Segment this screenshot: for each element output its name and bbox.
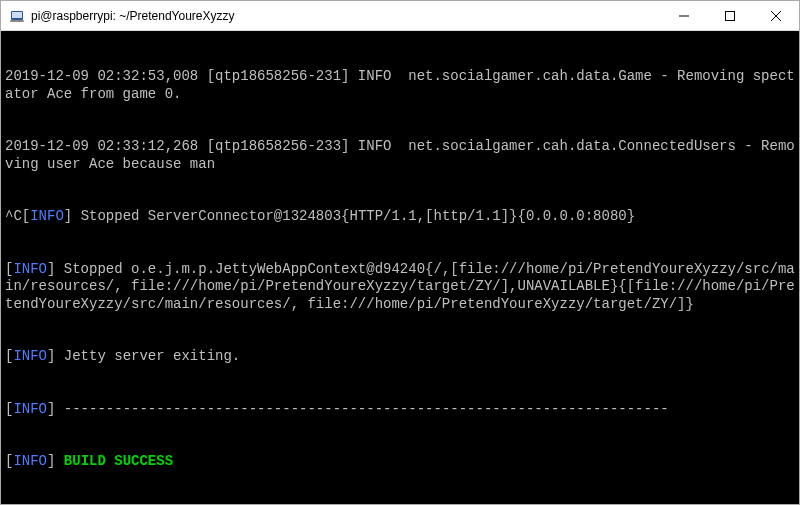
maximize-button[interactable]: [707, 1, 753, 30]
log-line: [INFO] ---------------------------------…: [5, 401, 795, 419]
log-line: [INFO] BUILD SUCCESS: [5, 453, 795, 471]
log-line: [INFO] Stopped o.e.j.m.p.JettyWebAppCont…: [5, 261, 795, 314]
putty-window: pi@raspberrypi: ~/PretendYoureXyzzy 2019…: [0, 0, 800, 505]
log-line: [INFO] Jetty server exiting.: [5, 348, 795, 366]
svg-rect-4: [726, 11, 735, 20]
terminal-area[interactable]: 2019-12-09 02:32:53,008 [qtp18658256-231…: [1, 31, 799, 504]
log-line: 2019-12-09 02:33:12,268 [qtp18658256-233…: [5, 138, 795, 173]
minimize-button[interactable]: [661, 1, 707, 30]
titlebar[interactable]: pi@raspberrypi: ~/PretendYoureXyzzy: [1, 1, 799, 31]
log-line: 2019-12-09 02:32:53,008 [qtp18658256-231…: [5, 68, 795, 103]
log-line: ^C[INFO] Stopped ServerConnector@1324803…: [5, 208, 795, 226]
svg-rect-2: [10, 20, 24, 22]
window-controls: [661, 1, 799, 30]
close-button[interactable]: [753, 1, 799, 30]
window-title: pi@raspberrypi: ~/PretendYoureXyzzy: [31, 9, 661, 23]
putty-icon: [9, 8, 25, 24]
svg-rect-1: [12, 12, 22, 18]
